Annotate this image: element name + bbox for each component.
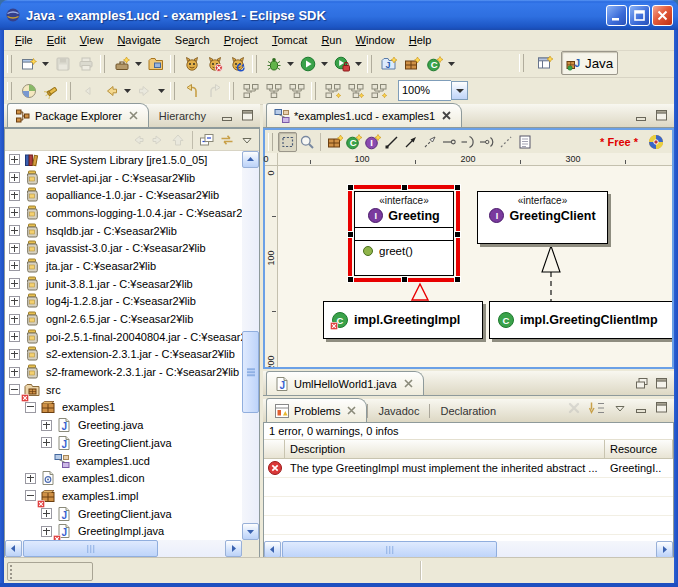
run-button[interactable] <box>296 52 319 75</box>
debug-dropdown-icon[interactable] <box>285 52 296 75</box>
tab-package-explorer[interactable]: Package Explorer <box>7 103 149 127</box>
save-button[interactable] <box>51 52 74 75</box>
expand-icon[interactable] <box>9 207 20 218</box>
tree-item[interactable]: poi-2.5.1-final-20040804.jar - C:¥seasar… <box>5 328 242 346</box>
toolbar-grip[interactable] <box>170 55 175 73</box>
resize-handle[interactable] <box>347 231 354 238</box>
editor-maximize-icon[interactable] <box>652 107 671 124</box>
layout-d-button[interactable] <box>321 79 344 102</box>
view-up-button[interactable] <box>168 130 188 149</box>
menu-search[interactable]: Search <box>168 32 217 48</box>
tab-examples1-ucd-close-icon[interactable] <box>439 108 454 123</box>
column-description[interactable]: Description <box>285 440 605 458</box>
uml-node-greeting[interactable]: «interface» I Greeting greet() <box>354 191 454 276</box>
scrollbar-thumb[interactable] <box>242 331 259 413</box>
resize-handle[interactable] <box>454 184 461 191</box>
new-class-dropdown-icon[interactable] <box>446 52 457 75</box>
tree-item[interactable]: src <box>5 381 242 399</box>
expand-icon[interactable] <box>41 508 52 519</box>
depend-tool-button[interactable] <box>458 132 477 152</box>
tree-item[interactable]: ognl-2.6.5.jar - C:¥seasar2¥lib <box>5 310 242 328</box>
view-forward-button[interactable] <box>148 130 168 149</box>
resize-handle[interactable] <box>454 231 461 238</box>
tab-umlhelloworld1[interactable]: J UmlHelloWorld1.java <box>266 371 424 395</box>
tree-item[interactable]: log4j-1.2.8.jar - C:¥seasar2¥lib <box>5 293 242 311</box>
nav-forward-button[interactable] <box>133 79 156 102</box>
collapse-icon[interactable] <box>9 384 20 395</box>
toolbar-grip[interactable] <box>311 82 316 100</box>
uml-node-greeting-selected[interactable]: «interface» I Greeting greet() <box>348 185 460 282</box>
package-explorer-tree[interactable]: JRE System Library [jre1.5.0_05]servlet-… <box>5 151 242 540</box>
tab-problems[interactable]: Problems <box>266 398 367 422</box>
toolbar-grip[interactable] <box>7 82 12 100</box>
zoom-tool-button[interactable] <box>297 132 316 152</box>
toolbar-grip[interactable] <box>66 82 71 100</box>
realization-arrow[interactable] <box>542 246 560 272</box>
uml-node-greeting-client-impl[interactable]: C impl.GreetingClientImp <box>489 301 672 339</box>
tomcat-start-button[interactable] <box>180 52 203 75</box>
tree-item[interactable]: JRE System Library [jre1.5.0_05] <box>5 151 242 169</box>
tab-package-explorer-close-icon[interactable] <box>126 108 141 123</box>
scrollbar-thumb[interactable] <box>23 540 158 557</box>
layout-c-button[interactable] <box>285 79 308 102</box>
inherit-tool-button[interactable] <box>420 132 439 152</box>
menu-file[interactable]: File <box>8 32 40 48</box>
expand-icon[interactable] <box>41 437 52 448</box>
tree-item[interactable]: JGreetingClient.java <box>5 505 242 523</box>
delete-button[interactable] <box>562 396 585 419</box>
new-class-button[interactable]: C <box>344 132 363 152</box>
expand-icon[interactable] <box>9 154 20 165</box>
open-type-button[interactable] <box>17 79 40 102</box>
menu-project[interactable]: Project <box>217 32 265 48</box>
menu-navigate[interactable]: Navigate <box>110 32 167 48</box>
expand-icon[interactable] <box>9 296 20 307</box>
tree-item[interactable]: s2-framework-2.3.1.jar - C:¥seasar2¥lib <box>5 363 242 381</box>
resize-handle[interactable] <box>401 184 408 191</box>
expand-icon[interactable] <box>9 172 20 183</box>
expand-icon[interactable] <box>9 367 20 378</box>
tomcat-restart-button[interactable] <box>226 52 249 75</box>
greeting-method[interactable]: greet() <box>355 241 453 261</box>
expand-icon[interactable] <box>41 420 52 431</box>
expand-icon[interactable] <box>9 225 20 236</box>
new-interface-button[interactable]: I <box>363 132 382 152</box>
external-tools-button[interactable] <box>330 52 353 75</box>
scroll-left-icon[interactable] <box>264 541 281 558</box>
resize-handle[interactable] <box>401 276 408 283</box>
filter-button[interactable] <box>585 396 608 419</box>
tab-javadoc[interactable]: Javadoc <box>368 400 429 422</box>
note-tool-button[interactable] <box>515 132 534 152</box>
scroll-left-icon[interactable] <box>5 540 22 557</box>
problem-row[interactable]: The type GreetingImpl must implement the… <box>264 459 673 478</box>
fast-view-bar[interactable] <box>7 562 93 581</box>
tree-item[interactable]: JGreetingClient.java <box>5 434 242 452</box>
assoc-tool-button[interactable] <box>439 132 458 152</box>
arrow-tool-button[interactable] <box>401 132 420 152</box>
open-perspective-button[interactable] <box>532 51 558 75</box>
new-java-package-button[interactable] <box>325 132 344 152</box>
menu-tomcat[interactable]: Tomcat <box>265 32 314 48</box>
column-resource[interactable]: Resource <box>605 440 673 458</box>
next-edit-button[interactable] <box>203 79 226 102</box>
build-tools-button[interactable] <box>110 52 133 75</box>
toolbar-grip[interactable] <box>268 133 273 151</box>
line-tool-button[interactable] <box>382 132 401 152</box>
nav-back-dropdown-icon[interactable] <box>122 79 133 102</box>
collapse-all-button[interactable] <box>197 130 217 149</box>
tree-horizontal-scrollbar[interactable] <box>5 540 242 557</box>
view-minimize-icon[interactable] <box>218 107 237 124</box>
scroll-down-icon[interactable] <box>242 523 259 540</box>
scroll-up-icon[interactable] <box>242 151 259 168</box>
tree-item[interactable]: commons-logging-1.0.4.jar - C:¥seasar2¥l… <box>5 204 242 222</box>
search-button[interactable] <box>40 79 63 102</box>
expand-icon[interactable] <box>9 331 20 342</box>
menu-run[interactable]: Run <box>314 32 348 48</box>
expand-icon[interactable] <box>9 190 20 201</box>
view-maximize-icon[interactable] <box>652 399 671 416</box>
scroll-right-icon[interactable] <box>225 540 242 557</box>
editor-minimize-icon[interactable] <box>632 107 651 124</box>
collapse-icon[interactable] <box>25 402 36 413</box>
view-menu-button[interactable] <box>608 396 631 419</box>
expand-icon[interactable] <box>25 473 36 484</box>
print-button[interactable] <box>74 52 97 75</box>
